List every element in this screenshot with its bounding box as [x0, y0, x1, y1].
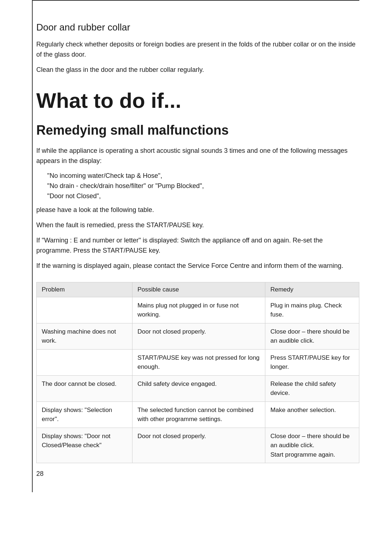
- table-row: Mains plug not plugged in or fuse not wo…: [37, 297, 359, 323]
- door-body1: Regularly check whether deposits or fore…: [36, 40, 359, 60]
- table-cell-problem: [37, 297, 132, 323]
- remedying-bullet3: "Door not Closed",: [47, 191, 359, 201]
- table-cell-cause: Door not closed properly.: [132, 323, 265, 349]
- door-body2: Clean the glass in the door and the rubb…: [36, 65, 359, 75]
- table-cell-problem: Display shows: "Selection error".: [37, 401, 132, 428]
- malfunction-table: Problem Possible cause Remedy Mains plug…: [36, 282, 359, 464]
- table-cell-remedy: Release the child safety device.: [265, 375, 359, 401]
- table-row: Display shows: "Selection error".The sel…: [37, 401, 359, 428]
- remedying-bullet2: "No drain - check/drain hose/filter" or …: [47, 181, 359, 191]
- table-cell-remedy: Make another selection.: [265, 401, 359, 428]
- door-title: Door and rubber collar: [36, 22, 359, 33]
- remedying-para1: If while the appliance is operating a sh…: [36, 146, 359, 166]
- table-cell-cause: START/PAUSE key was not pressed for long…: [132, 349, 265, 375]
- table-cell-remedy: Press START/PAUSE key for longer.: [265, 349, 359, 375]
- door-section: Door and rubber collar Regularly check w…: [36, 22, 359, 75]
- table-header-cause: Possible cause: [132, 282, 265, 297]
- remedying-title: Remedying small malfunctions: [36, 123, 359, 138]
- table-cell-cause: Child safety device engaged.: [132, 375, 265, 401]
- table-cell-problem: Display shows: "Door not Closed/Please c…: [37, 428, 132, 463]
- table-cell-cause: Door not closed properly.: [132, 428, 265, 463]
- table-cell-remedy: Close door – there should be an audible …: [265, 428, 359, 463]
- table-cell-problem: [37, 349, 132, 375]
- remedying-section: Remedying small malfunctions If while th…: [36, 123, 359, 271]
- table-row: START/PAUSE key was not pressed for long…: [37, 349, 359, 375]
- main-title: What to do if...: [36, 88, 359, 113]
- table-row: Display shows: "Door not Closed/Please c…: [37, 428, 359, 463]
- table-header-remedy: Remedy: [265, 282, 359, 297]
- remedying-para2: please have a look at the following tabl…: [36, 205, 359, 215]
- table-row: Washing machine does not work.Door not c…: [37, 323, 359, 349]
- remedying-para5: If the warning is displayed again, pleas…: [36, 261, 359, 271]
- left-border: [32, 0, 33, 492]
- table-cell-problem: Washing machine does not work.: [37, 323, 132, 349]
- table-header-problem: Problem: [37, 282, 132, 297]
- table-cell-problem: The door cannot be closed.: [37, 375, 132, 401]
- remedying-para4: If "Warning : E and number or letter" is…: [36, 236, 359, 256]
- table-cell-remedy: Close door – there should be an audible …: [265, 323, 359, 349]
- top-border: [33, 0, 359, 1]
- table-row: The door cannot be closed.Child safety d…: [37, 375, 359, 401]
- table-cell-remedy: Plug in mains plug. Check fuse.: [265, 297, 359, 323]
- remedying-para3: When the fault is remedied, press the ST…: [36, 220, 359, 230]
- page-number: 28: [36, 470, 44, 478]
- remedying-bullet1: "No incoming water/Check tap & Hose",: [47, 171, 359, 181]
- page-container: Door and rubber collar Regularly check w…: [0, 0, 392, 492]
- table-cell-cause: Mains plug not plugged in or fuse not wo…: [132, 297, 265, 323]
- table-cell-cause: The selected function cannot be combined…: [132, 401, 265, 428]
